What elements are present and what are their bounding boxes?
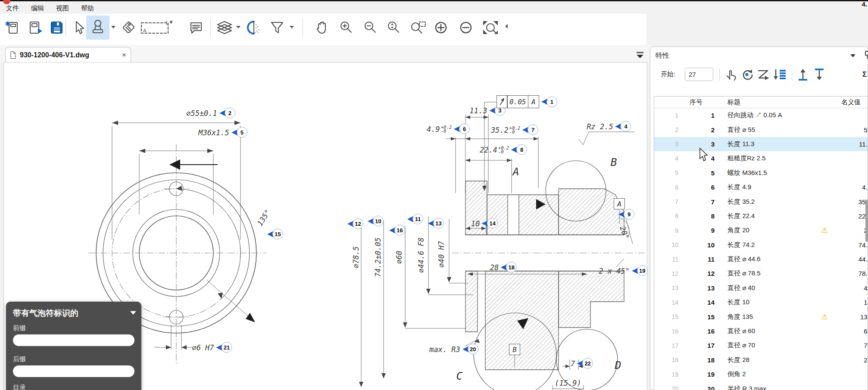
- overlay-collapse-caret[interactable]: [130, 311, 136, 315]
- row-balloon-number: 5: [682, 169, 720, 177]
- table-row[interactable]: 77长度 35.235.2: [654, 194, 868, 209]
- renumber-refresh-icon[interactable]: [739, 67, 755, 82]
- row-index: 20: [654, 385, 682, 390]
- increase-icon[interactable]: [431, 16, 451, 40]
- row-title: 长度 4.9: [720, 183, 815, 191]
- row-title: 直径 ⌀ 55: [720, 126, 815, 134]
- table-row[interactable]: 2020半径 R 3 max.: [654, 381, 868, 390]
- zoom-window-icon[interactable]: [407, 16, 430, 40]
- row-index: 12: [654, 270, 682, 277]
- col-nominal[interactable]: 名义值: [824, 98, 868, 106]
- svg-text:A: A: [143, 28, 147, 33]
- table-row[interactable]: 44粗糙度Rz 2.5: [654, 151, 868, 165]
- open-document-icon[interactable]: [25, 16, 45, 40]
- zigzag-order-icon[interactable]: [756, 67, 771, 82]
- zoom-fit-icon[interactable]: [479, 16, 502, 40]
- filter-dropdown-caret[interactable]: [290, 26, 294, 28]
- table-row[interactable]: 1111直径 ⌀ 44.644.6: [654, 252, 868, 266]
- move-bottom-icon[interactable]: [812, 67, 827, 82]
- row-index: 16: [654, 328, 682, 335]
- row-index: 15: [654, 313, 682, 320]
- table-row[interactable]: 1616直径 ⌀ 6060: [654, 324, 868, 338]
- col-title[interactable]: 标题: [720, 98, 805, 106]
- row-title: 长度 35.2: [720, 198, 815, 206]
- table-row[interactable]: 22直径 ⌀ 5555: [654, 122, 868, 137]
- menu-file[interactable]: 文件: [6, 4, 19, 12]
- col-index[interactable]: 序号: [682, 98, 720, 106]
- table-row[interactable]: 1010长度 74.274.2: [654, 238, 868, 252]
- menu-edit[interactable]: 编辑: [31, 4, 44, 12]
- row-balloon-number: 16: [682, 328, 720, 335]
- panel-toolbar-separator: [792, 69, 792, 81]
- pick-hand-icon[interactable]: [723, 67, 738, 82]
- selection-marquee-icon[interactable]: A1: [137, 16, 177, 40]
- tab-bar: 930-1200-406-V1.dwg ×: [0, 45, 650, 62]
- tab-overflow-icon[interactable]: [635, 51, 645, 59]
- fcf-tolerance: 0.05: [507, 95, 528, 108]
- table-row[interactable]: 66长度 4.94.9: [654, 180, 868, 194]
- row-index: 7: [654, 198, 682, 205]
- table-row[interactable]: 1818长度 2828: [654, 353, 868, 367]
- table-row[interactable]: 1717直径 ⌀ 7070: [654, 338, 868, 353]
- tab-title: 930-1200-406-V1.dwg: [20, 51, 89, 59]
- suffix-label: 后缀: [13, 355, 26, 363]
- layers-dropdown-caret[interactable]: [236, 26, 240, 28]
- table-row[interactable]: 1414长度 1010: [654, 295, 868, 309]
- stamp-dropdown-caret[interactable]: [111, 26, 116, 28]
- zoom-in-icon[interactable]: [336, 16, 356, 40]
- runout-symbol-icon: [496, 95, 508, 108]
- layers-icon[interactable]: [214, 16, 235, 40]
- row-balloon-number: 3: [682, 140, 720, 148]
- menu-view[interactable]: 视图: [56, 4, 69, 12]
- row-index: 2: [654, 126, 682, 133]
- table-row[interactable]: 99角度 20⚠20: [654, 223, 868, 237]
- new-document-icon[interactable]: ✱: [3, 16, 22, 40]
- save-icon[interactable]: [47, 16, 66, 40]
- prefix-input[interactable]: [13, 334, 134, 346]
- row-index: 1: [654, 112, 682, 119]
- table-row[interactable]: 33长度 11.311.3: [654, 137, 868, 151]
- move-top-icon[interactable]: [795, 67, 811, 82]
- catalog-label: 目录: [13, 384, 26, 390]
- row-index: 14: [654, 299, 682, 306]
- pin-icon[interactable]: [864, 50, 868, 59]
- table-row[interactable]: 1212直径 ⌀ 78.578.5: [654, 266, 868, 281]
- filter-icon[interactable]: [267, 16, 287, 40]
- properties-panel-title: 特性: [656, 51, 669, 60]
- sum-symbol[interactable]: Σ: [862, 70, 867, 79]
- comment-icon[interactable]: [186, 16, 206, 40]
- menu-help[interactable]: 帮助: [81, 4, 94, 12]
- properties-table: 序号 标题 名义值 11径向跳动 ↗ 0.05 A22直径 ⌀ 555533长度…: [654, 96, 868, 390]
- suffix-input[interactable]: [13, 365, 134, 377]
- table-row[interactable]: 1313直径 ⌀ 4040: [654, 281, 868, 295]
- table-row[interactable]: 55螺纹 M36x1.5: [654, 166, 868, 180]
- row-balloon-number: 17: [682, 342, 720, 349]
- side-compare-icon[interactable]: [244, 16, 264, 40]
- table-row[interactable]: 1919倒角 22: [654, 367, 868, 381]
- sort-list-icon[interactable]: [772, 67, 787, 82]
- document-tab[interactable]: 930-1200-406-V1.dwg ×: [5, 47, 131, 62]
- row-title: 直径 ⌀ 40: [720, 284, 815, 292]
- balloon-marker[interactable]: 1: [541, 95, 557, 108]
- decrease-icon[interactable]: [456, 16, 476, 40]
- start-number-input[interactable]: [685, 68, 713, 81]
- pan-hand-icon[interactable]: [312, 16, 332, 40]
- table-row[interactable]: 1515角度 135⚠135: [654, 309, 868, 324]
- table-row[interactable]: 11径向跳动 ↗ 0.05 A: [654, 108, 868, 122]
- zoom-dynamic-icon[interactable]: [384, 16, 403, 40]
- row-index: 3: [654, 140, 682, 147]
- row-title: 倒角 2: [720, 370, 815, 378]
- scrollbar-thumb[interactable]: [865, 200, 868, 242]
- row-nominal-value: 74.2: [834, 241, 868, 249]
- panel-dropdown-caret[interactable]: [850, 54, 856, 57]
- tag-icon[interactable]: [119, 16, 139, 40]
- tab-close-icon[interactable]: ×: [122, 51, 126, 59]
- title-strip: [0, 0, 868, 1]
- zoom-out-icon[interactable]: [360, 16, 380, 40]
- toolbar-collapse-caret[interactable]: [505, 24, 508, 28]
- row-title: 螺纹 M36x1.5: [720, 169, 815, 177]
- table-row[interactable]: 88长度 22.422.4: [654, 209, 868, 223]
- row-title: 粗糙度Rz 2.5: [720, 154, 815, 162]
- toolbar-separator: [66, 18, 66, 37]
- balloon-stamp-icon[interactable]: [86, 16, 109, 40]
